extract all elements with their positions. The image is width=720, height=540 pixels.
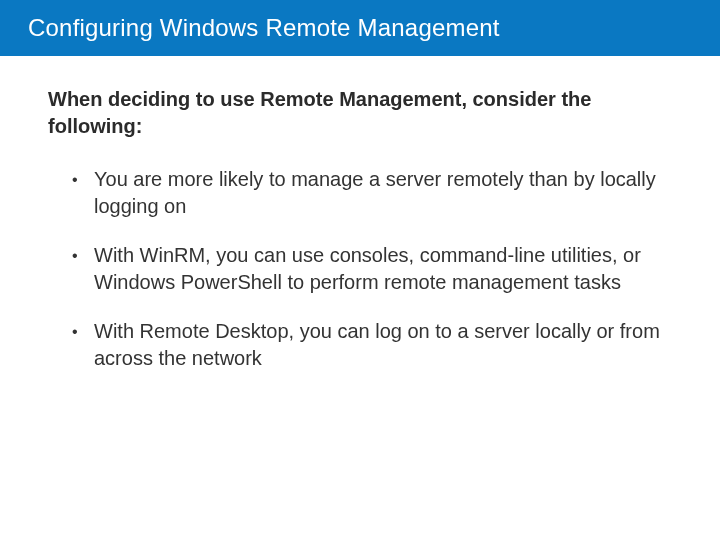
list-item: You are more likely to manage a server r…	[82, 166, 672, 220]
lead-text: When deciding to use Remote Management, …	[48, 86, 672, 140]
slide-content: When deciding to use Remote Management, …	[0, 56, 720, 372]
slide-title-bar: Configuring Windows Remote Management	[0, 0, 720, 56]
bullet-list: You are more likely to manage a server r…	[48, 166, 672, 372]
slide-title: Configuring Windows Remote Management	[28, 14, 500, 42]
list-item: With Remote Desktop, you can log on to a…	[82, 318, 672, 372]
list-item: With WinRM, you can use consoles, comman…	[82, 242, 672, 296]
